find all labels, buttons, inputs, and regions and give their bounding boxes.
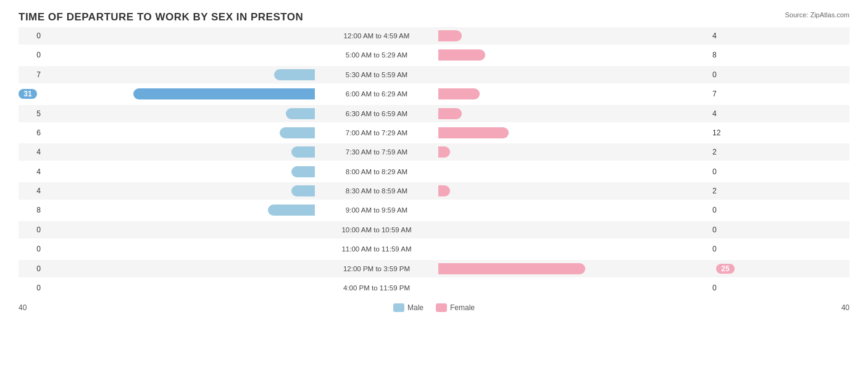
male-value: 5: [19, 109, 43, 118]
left-bar-container: [43, 127, 315, 138]
legend: Male Female: [393, 303, 475, 312]
bars-wrapper: 0 5:00 AM to 5:29 AM 8: [19, 48, 849, 62]
female-bar: [438, 263, 585, 274]
table-row: 0 12:00 AM to 4:59 AM 4: [19, 27, 849, 44]
bars-wrapper: 4 8:30 AM to 8:59 AM 2: [19, 184, 849, 198]
right-bar-container: [438, 243, 710, 255]
left-section: 8: [19, 203, 315, 217]
female-value: 0: [710, 245, 735, 253]
left-section: 0: [19, 281, 315, 295]
right-section: 0: [438, 165, 735, 179]
table-row: 4 8:30 AM to 8:59 AM 2: [19, 182, 849, 200]
left-section: 0: [19, 223, 315, 237]
right-section: 12: [438, 126, 735, 140]
male-value: 0: [19, 226, 43, 234]
right-section: 25: [438, 262, 735, 276]
row-label: 6:30 AM to 6:59 AM: [315, 110, 438, 117]
axis-label-left: 40: [19, 303, 43, 312]
male-bar: [291, 146, 315, 158]
female-value: 0: [710, 167, 735, 176]
male-value: 4: [19, 187, 43, 195]
female-value: 0: [710, 70, 735, 79]
male-bar: [291, 185, 315, 196]
female-value: 8: [710, 51, 735, 59]
left-bar-container: [43, 224, 315, 235]
male-value: 8: [19, 206, 43, 214]
right-section: 2: [438, 184, 735, 198]
right-bar-container: [438, 88, 710, 99]
table-row: 0 10:00 AM to 10:59 AM 0: [19, 221, 849, 238]
right-bar-container: [438, 108, 710, 119]
left-bar-container: [43, 205, 315, 216]
left-section: 4: [19, 145, 315, 159]
right-section: 8: [438, 48, 735, 62]
right-bar-container: [438, 224, 710, 235]
left-section: 0: [19, 48, 315, 62]
male-value: 0: [19, 245, 43, 253]
left-section: 5: [19, 107, 315, 120]
chart-area: 0 12:00 AM to 4:59 AM 4 0: [19, 27, 849, 315]
bars-wrapper: 6 7:00 AM to 7:29 AM 12: [19, 126, 849, 140]
left-bar-container: [43, 282, 315, 293]
row-label: 6:00 AM to 6:29 AM: [315, 90, 438, 98]
right-section: 4: [438, 29, 735, 43]
female-bar: [438, 30, 462, 41]
female-value: 0: [710, 206, 735, 214]
male-value: 0: [19, 32, 43, 40]
right-bar-container: [438, 69, 710, 80]
table-row: 4 7:30 AM to 7:59 AM 2: [19, 143, 849, 161]
female-bar: [438, 127, 509, 138]
row-label: 12:00 AM to 4:59 AM: [315, 32, 438, 40]
row-label: 5:00 AM to 5:29 AM: [315, 51, 438, 59]
left-bar-container: [43, 69, 315, 80]
right-bar-container: [438, 49, 710, 61]
male-bar: [274, 69, 315, 80]
left-section: 0: [19, 242, 315, 256]
left-bar-container: [43, 146, 315, 158]
female-value: 4: [710, 109, 735, 118]
male-value: 6: [19, 129, 43, 137]
female-value: 12: [710, 129, 735, 137]
left-section: 4: [19, 165, 315, 179]
bars-wrapper: 0 4:00 PM to 11:59 PM 0: [19, 281, 849, 295]
bars-wrapper: 0 11:00 AM to 11:59 AM 0: [19, 242, 849, 256]
right-section: 0: [438, 281, 735, 295]
male-value: 0: [19, 284, 43, 292]
female-value: 0: [710, 284, 735, 292]
bars-wrapper: 0 10:00 AM to 10:59 AM 0: [19, 223, 849, 237]
bottom-area: 40 Male Female 40: [19, 297, 849, 315]
row-label: 7:30 AM to 7:59 AM: [315, 148, 438, 156]
female-bar: [438, 185, 450, 196]
row-label: 12:00 PM to 3:59 PM: [315, 265, 438, 272]
left-section: 0: [19, 29, 315, 43]
row-label: 11:00 AM to 11:59 AM: [315, 245, 438, 253]
female-bar: [438, 88, 480, 99]
right-section: 7: [438, 87, 735, 101]
male-value: 4: [19, 167, 43, 176]
row-label: 8:00 AM to 8:29 AM: [315, 168, 438, 175]
table-row: 0 5:00 AM to 5:29 AM 8: [19, 46, 849, 64]
left-section: 31: [19, 87, 315, 101]
table-row: 5 6:30 AM to 6:59 AM 4: [19, 105, 849, 122]
row-label: 5:30 AM to 5:59 AM: [315, 71, 438, 78]
bars-wrapper: 31 6:00 AM to 6:29 AM 7: [19, 87, 849, 101]
row-label: 4:00 PM to 11:59 PM: [315, 284, 438, 292]
female-swatch: [436, 303, 447, 312]
bars-wrapper: 5 6:30 AM to 6:59 AM 4: [19, 107, 849, 120]
table-row: 4 8:00 AM to 8:29 AM 0: [19, 163, 849, 180]
male-value: 4: [19, 148, 43, 156]
male-value: 7: [19, 70, 43, 79]
source-text: Source: ZipAtlas.com: [785, 11, 849, 19]
left-bar-container: [43, 185, 315, 196]
right-bar-container: [438, 263, 716, 274]
female-label: Female: [450, 303, 475, 312]
left-section: 4: [19, 184, 315, 198]
right-bar-container: [438, 127, 710, 138]
table-row: 0 4:00 PM to 11:59 PM 0: [19, 279, 849, 297]
male-value: 31: [19, 89, 37, 99]
bars-wrapper: 8 9:00 AM to 9:59 AM 0: [19, 203, 849, 217]
table-row: 7 5:30 AM to 5:59 AM 0: [19, 66, 849, 83]
table-row: 0 12:00 PM to 3:59 PM 25: [19, 260, 849, 277]
male-bar: [291, 166, 315, 177]
male-bar: [286, 108, 315, 119]
